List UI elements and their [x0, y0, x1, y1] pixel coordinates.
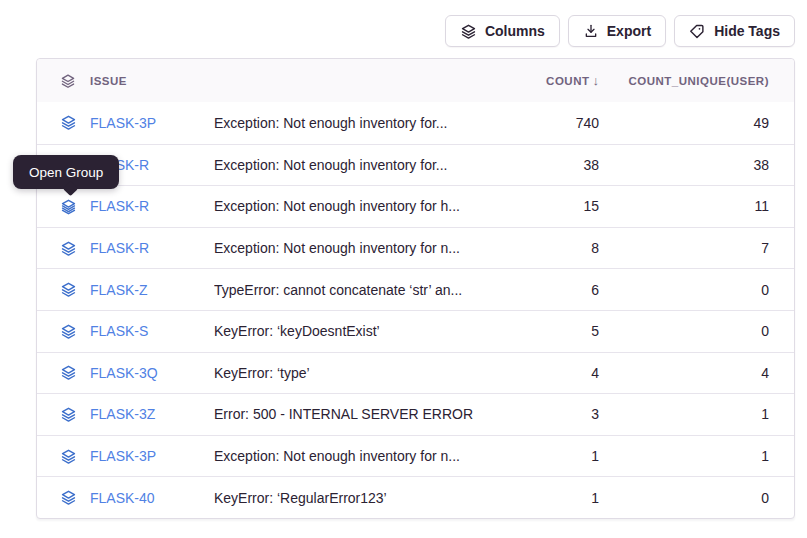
layers-icon	[460, 23, 477, 40]
open-group-icon[interactable]	[60, 406, 90, 423]
count-value: 6	[509, 282, 599, 298]
table-row: FLASK-S KeyError: ‘keyDoesntExist’ 5 0	[37, 310, 794, 352]
count-unique-value: 4	[599, 365, 769, 381]
count-value: 8	[509, 240, 599, 256]
toolbar: Columns Export Hide Tags	[445, 15, 795, 47]
table-row: FLASK-40 KeyError: ‘RegularError123’ 1 0	[37, 476, 794, 518]
open-group-icon[interactable]	[60, 448, 90, 465]
hide-tags-button-label: Hide Tags	[714, 23, 780, 39]
tooltip-label: Open Group	[29, 165, 103, 180]
count-value: 4	[509, 365, 599, 381]
open-group-icon[interactable]	[60, 364, 90, 381]
columns-button-label: Columns	[485, 23, 545, 39]
table-row: FLASK-3Q KeyError: ‘type’ 4 4	[37, 352, 794, 394]
issue-title: Exception: Not enough inventory for h...	[214, 198, 509, 214]
issue-link[interactable]: FLASK-Z	[90, 282, 214, 298]
columns-button[interactable]: Columns	[445, 15, 560, 47]
open-group-tooltip: Open Group	[13, 155, 119, 189]
table-row: FLASK-R Exception: Not enough inventory …	[37, 144, 794, 186]
issue-link[interactable]: FLASK-3Z	[90, 406, 214, 422]
issue-title: KeyError: ‘keyDoesntExist’	[214, 323, 509, 339]
count-unique-value: 38	[599, 157, 769, 173]
tag-icon	[689, 23, 706, 40]
count-unique-value: 7	[599, 240, 769, 256]
count-unique-value: 1	[599, 448, 769, 464]
table-row: FLASK-Z TypeError: cannot concatenate ‘s…	[37, 268, 794, 310]
issue-link[interactable]: FLASK-R	[90, 240, 214, 256]
open-group-icon[interactable]	[60, 323, 90, 340]
table-row: FLASK-3Z Error: 500 - INTERNAL SERVER ER…	[37, 393, 794, 435]
open-group-icon[interactable]	[60, 114, 90, 131]
count-value: 15	[509, 198, 599, 214]
count-value: 1	[509, 490, 599, 506]
table-row: FLASK-3P Exception: Not enough inventory…	[37, 102, 794, 144]
count-unique-value: 0	[599, 282, 769, 298]
count-unique-value: 0	[599, 323, 769, 339]
issue-link[interactable]: FLASK-S	[90, 323, 214, 339]
issue-link[interactable]: FLASK-40	[90, 490, 214, 506]
count-value: 38	[509, 157, 599, 173]
issue-link[interactable]: FLASK-R	[90, 198, 214, 214]
count-value: 3	[509, 406, 599, 422]
table-header-row: ISSUE COUNT↓ COUNT_UNIQUE(USER)	[37, 59, 794, 102]
count-header-label: COUNT	[546, 75, 589, 87]
results-table: ISSUE COUNT↓ COUNT_UNIQUE(USER) FLASK-3P…	[36, 58, 795, 519]
count-unique-value: 11	[599, 198, 769, 214]
issue-title: KeyError: ‘type’	[214, 365, 509, 381]
table-row: FLASK-R Exception: Not enough inventory …	[37, 185, 794, 227]
count-unique-value: 1	[599, 406, 769, 422]
table-row: FLASK-3P Exception: Not enough inventory…	[37, 435, 794, 477]
count-unique-value: 0	[599, 490, 769, 506]
issue-title: KeyError: ‘RegularError123’	[214, 490, 509, 506]
open-group-icon[interactable]	[60, 489, 90, 506]
hide-tags-button[interactable]: Hide Tags	[674, 15, 795, 47]
issue-link[interactable]: FLASK-3P	[90, 448, 214, 464]
issue-link[interactable]: FLASK-3Q	[90, 365, 214, 381]
column-header-count-unique[interactable]: COUNT_UNIQUE(USER)	[599, 75, 769, 87]
download-icon	[583, 23, 599, 39]
column-header-count[interactable]: COUNT↓	[509, 73, 599, 88]
export-button[interactable]: Export	[568, 15, 666, 47]
issue-title: TypeError: cannot concatenate ‘str’ an..…	[214, 282, 509, 298]
open-group-icon[interactable]	[60, 240, 90, 257]
issue-title: Exception: Not enough inventory for n...	[214, 448, 509, 464]
open-group-icon[interactable]	[60, 198, 90, 215]
layers-icon	[60, 73, 90, 89]
column-header-issue[interactable]: ISSUE	[90, 75, 214, 87]
export-button-label: Export	[607, 23, 651, 39]
issue-link[interactable]: FLASK-3P	[90, 115, 214, 131]
open-group-icon[interactable]	[60, 281, 90, 298]
table-row: FLASK-R Exception: Not enough inventory …	[37, 227, 794, 269]
count-value: 1	[509, 448, 599, 464]
issue-title: Exception: Not enough inventory for...	[214, 157, 509, 173]
issue-title: Exception: Not enough inventory for...	[214, 115, 509, 131]
issue-title: Error: 500 - INTERNAL SERVER ERROR	[214, 406, 509, 422]
count-value: 5	[509, 323, 599, 339]
count-unique-value: 49	[599, 115, 769, 131]
count-value: 740	[509, 115, 599, 131]
issue-title: Exception: Not enough inventory for n...	[214, 240, 509, 256]
